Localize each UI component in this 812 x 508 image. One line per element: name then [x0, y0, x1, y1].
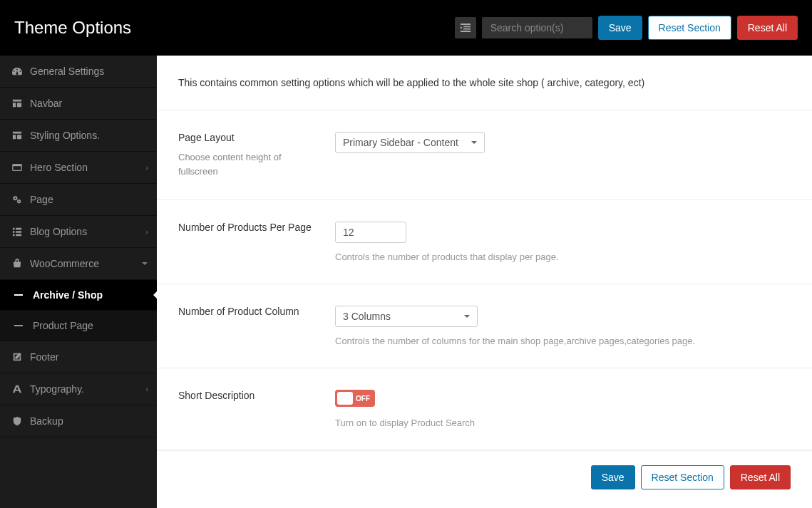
page-layout-label: Page Layout: [178, 132, 321, 143]
sidebar-item-label: Hero Section: [30, 162, 88, 173]
sidebar-item-page[interactable]: Page: [0, 184, 157, 216]
product-column-help: Controls the number of columns for the m…: [335, 336, 791, 346]
sidebar-item-label: Footer: [30, 351, 58, 363]
save-button-footer[interactable]: Save: [591, 465, 635, 489]
sidebar-item-woocommerce[interactable]: WooCommerce: [0, 248, 157, 280]
reset-section-button[interactable]: Reset Section: [648, 16, 731, 40]
products-per-page-help: Controls the number of products that dis…: [335, 252, 791, 262]
save-button[interactable]: Save: [598, 16, 642, 40]
svg-rect-1: [13, 165, 21, 167]
indent-icon: [461, 24, 471, 32]
reset-section-button-footer[interactable]: Reset Section: [641, 465, 724, 489]
sidebar-item-typography[interactable]: Typography. ›: [0, 373, 157, 405]
dash-icon: [14, 294, 30, 296]
shield-icon: [10, 416, 24, 426]
layout-icon: [10, 130, 24, 140]
dashboard-icon: [10, 66, 24, 76]
sidebar-item-label: Backup: [30, 415, 63, 427]
chevron-right-icon: ›: [145, 385, 148, 393]
sidebar-item-styling-options[interactable]: Styling Options.: [0, 120, 157, 152]
short-desc-toggle[interactable]: OFF: [335, 390, 375, 407]
layout-icon: [10, 98, 24, 108]
toggle-state-label: OFF: [356, 395, 370, 403]
search-input[interactable]: [482, 17, 592, 38]
sidebar-item-footer[interactable]: Footer: [0, 341, 157, 373]
list-icon: [10, 227, 24, 237]
chevron-down-icon: [141, 260, 148, 267]
page-layout-desc: Choose content height of fullscreen: [178, 150, 321, 178]
page-title: Theme Options: [14, 18, 131, 38]
sidebar-item-label: Styling Options.: [30, 130, 100, 141]
sidebar-item-label: WooCommerce: [30, 258, 99, 269]
reset-all-button-footer[interactable]: Reset All: [730, 465, 791, 489]
sidebar: General Settings Navbar Styling Options.…: [0, 56, 157, 508]
product-column-select[interactable]: 3 Columns: [335, 306, 478, 327]
sidebar-item-navbar[interactable]: Navbar: [0, 88, 157, 120]
sidebar-item-blog-options[interactable]: Blog Options ›: [0, 216, 157, 248]
edit-icon: [10, 352, 24, 362]
intro-text: This contains common setting options whi…: [157, 56, 812, 110]
sidebar-item-label: Navbar: [30, 98, 62, 109]
expand-button[interactable]: [455, 17, 476, 38]
sidebar-item-label: Page: [30, 194, 53, 205]
panel-icon: [10, 162, 24, 172]
sidebar-item-label: Typography.: [30, 383, 84, 395]
short-desc-help: Turn on to display Product Search: [335, 418, 791, 428]
sidebar-subitem-label: Archive / Shop: [33, 289, 103, 301]
product-column-label: Number of Product Column: [178, 306, 321, 317]
bag-icon: [10, 259, 24, 269]
sidebar-item-hero-section[interactable]: Hero Section ›: [0, 152, 157, 184]
chevron-right-icon: ›: [145, 227, 148, 236]
sidebar-item-label: Blog Options: [30, 226, 87, 237]
svg-point-5: [19, 201, 20, 202]
svg-rect-7: [14, 325, 23, 326]
svg-rect-6: [14, 294, 23, 296]
sidebar-subitem-product-page[interactable]: Product Page: [0, 311, 157, 341]
sidebar-subitem-archive-shop[interactable]: Archive / Shop: [0, 280, 157, 311]
toggle-knob: [337, 392, 353, 405]
products-per-page-label: Number of Products Per Page: [178, 222, 321, 233]
gears-icon: [10, 195, 24, 204]
sidebar-item-backup[interactable]: Backup: [0, 405, 157, 437]
sidebar-subitem-label: Product Page: [33, 320, 93, 331]
reset-all-button[interactable]: Reset All: [737, 16, 798, 40]
products-per-page-input[interactable]: [335, 222, 406, 243]
svg-point-3: [14, 197, 16, 199]
short-desc-label: Short Description: [178, 390, 321, 401]
chevron-right-icon: ›: [145, 163, 148, 172]
sidebar-item-label: General Settings: [30, 66, 104, 77]
sidebar-item-general-settings[interactable]: General Settings: [0, 56, 157, 88]
font-icon: [10, 384, 24, 394]
page-layout-select[interactable]: Primary Sidebar - Content: [335, 132, 485, 153]
dash-icon: [14, 325, 30, 326]
